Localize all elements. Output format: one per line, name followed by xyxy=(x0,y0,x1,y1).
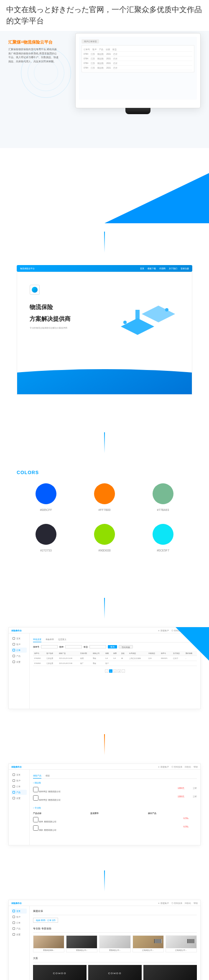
table-row[interactable]: 0784950江苏达通2021-05-09 15:08陆通零散5-85-868上… xyxy=(33,656,197,661)
pagination[interactable]: ‹123› xyxy=(33,669,197,673)
color-swatch: #FF7B00 xyxy=(94,483,115,511)
banner-brand: 物流保险云平台 xyxy=(20,267,35,270)
color-swatch: #77BA93 xyxy=(153,483,173,511)
sidebar-item[interactable]: 产品 xyxy=(11,653,27,658)
sidebar-icon xyxy=(13,785,15,788)
header-nav-item[interactable]: ◎ 在线投保 xyxy=(171,766,182,768)
sidebar-item[interactable]: 订单 xyxy=(11,648,27,653)
data-table: 保单号客户名称保险产品投保日期保险公司保额保费实收出单类型审核状态保单号支付状态… xyxy=(33,651,197,666)
colors-section: COLORS #005CFF#FF7B00#77BA93 #272733#90D… xyxy=(0,462,209,573)
color-swatch: #005CFF xyxy=(36,483,56,511)
shop-title: 展翅在保 xyxy=(33,909,197,915)
divider xyxy=(104,598,105,619)
search-input[interactable] xyxy=(41,645,58,648)
tab[interactable]: 保险产品 xyxy=(33,773,41,778)
sidebar-icon xyxy=(13,921,15,924)
header-nav-item[interactable]: 帮助 xyxy=(194,902,198,904)
product-checkbox[interactable] xyxy=(33,825,38,831)
product-checkbox[interactable] xyxy=(33,817,38,822)
header-nav-item[interactable]: 帮助 xyxy=(194,766,198,768)
sidebar-icon xyxy=(13,655,15,657)
product-card[interactable]: 展翅类型保险… xyxy=(33,935,64,952)
divider xyxy=(104,432,105,453)
tab[interactable]: 审批进度 xyxy=(33,637,41,642)
tab[interactable]: 任意查主 xyxy=(58,637,66,642)
divider xyxy=(104,232,105,253)
triangle-decoration xyxy=(104,173,209,223)
sidebar-item[interactable]: 订单 xyxy=(11,920,27,925)
header-nav-item[interactable]: 回收站 xyxy=(185,766,191,768)
sidebar-icon xyxy=(13,791,15,794)
divider xyxy=(104,734,105,755)
sidebar-item[interactable]: 产品 xyxy=(11,790,27,795)
shop-section-1: 专业险 专案保险 xyxy=(33,927,197,933)
banner-section: 物流保险云平台 首页模板下载代理商关于我们登录注册 物流保险 方案解决提供商 专… xyxy=(0,261,209,407)
product-row[interactable]: 保际 展翅高限公司6.5‰ xyxy=(33,824,197,832)
brand-card[interactable] xyxy=(143,965,197,980)
sidebar-item[interactable]: 产品 xyxy=(11,926,27,931)
sidebar-item[interactable]: 首页 xyxy=(11,909,27,914)
sidebar-item[interactable]: 客户 xyxy=(11,642,27,647)
sidebar-item[interactable]: 订单 xyxy=(11,784,27,789)
shop-stats-tag: 电梯 8305 · 订单 125 xyxy=(33,918,58,923)
nav-link[interactable]: 首页 xyxy=(140,267,144,270)
header-nav-item[interactable]: ◎ 在线投保 xyxy=(171,902,182,904)
product-checkbox[interactable] xyxy=(33,795,38,801)
panel-brand: 保险操作台 xyxy=(11,902,22,904)
product-group-label: ○ 专业险 xyxy=(33,806,197,809)
product-card[interactable]: 正规类型公司… xyxy=(166,935,197,952)
product-row[interactable]: 保单类型 展翅高险分司1350元立即 xyxy=(33,786,197,794)
header-nav-item[interactable]: ⊕ 新建账户 xyxy=(158,902,168,904)
product-row[interactable]: 保单 展翅高限公司6.5‰ xyxy=(33,816,197,824)
sidebar-item[interactable]: 设置 xyxy=(11,796,27,801)
svg-rect-0 xyxy=(135,310,140,320)
brand-card[interactable]: COHOO xyxy=(88,965,142,980)
product-card[interactable]: 展翅类型公司… xyxy=(99,935,130,952)
tab[interactable]: 单曲单率 xyxy=(46,637,54,642)
color-swatch: #272733 xyxy=(36,524,56,552)
search-input[interactable] xyxy=(89,645,106,648)
product-card[interactable]: 展翅类型公司… xyxy=(66,935,97,952)
export-button[interactable]: 导出列表 xyxy=(119,645,133,648)
svg-point-1 xyxy=(123,321,127,324)
color-swatch: #90DE00 xyxy=(94,524,115,552)
product-checkbox[interactable] xyxy=(33,787,38,792)
sidebar-item[interactable]: 设置 xyxy=(11,659,27,664)
sidebar-item[interactable]: 首页 xyxy=(11,772,27,777)
screen-tab: 用户订单管理 xyxy=(82,39,99,43)
sidebar-item[interactable]: 客户 xyxy=(11,914,27,919)
panel-table-section: 保险操作台 ⊕ 新建账户◎ 在线投保回收站帮助 首页客户订单产品设置 审批进度单… xyxy=(0,627,209,709)
nav-link[interactable]: 代理商 xyxy=(159,267,166,270)
monitor-frame: 用户订单管理 订单号客户产品日期状态 0784江苏陆运险2021已付 0784江… xyxy=(75,33,201,108)
table-row[interactable]: 0784950江苏达通2021-05-08 22:38陆产零散客户 xyxy=(33,661,197,666)
product-row[interactable]: 保单类型 展翅高险分司1350元立即 xyxy=(33,794,197,802)
search-button[interactable]: 查询 xyxy=(108,645,117,648)
hero-section: 汇聚煤=物流保险云平台 汇聚保险物资保险向货代专用平台,精有高新推广维质维的保险… xyxy=(0,31,209,148)
sidebar-item[interactable]: 首页 xyxy=(11,636,27,641)
tab[interactable]: 模版 xyxy=(46,773,50,778)
hero-title: 汇聚煤=物流保险云平台 xyxy=(8,39,59,45)
brand-card[interactable]: COHOO xyxy=(33,965,87,980)
sidebar-icon xyxy=(13,910,15,912)
product-card[interactable]: 正规类型公司… xyxy=(133,935,164,952)
search-input[interactable] xyxy=(65,645,82,648)
nav-link[interactable]: 关于我们 xyxy=(169,267,177,270)
sidebar-icon xyxy=(13,643,15,646)
panel-products-section: 保险操作台 ⊕ 新建账户◎ 在线投保回收站帮助 首页客户订单产品设置 保险产品模… xyxy=(0,763,209,845)
sidebar-icon xyxy=(13,649,15,651)
panel-brand: 保险操作台 xyxy=(11,766,22,768)
isometric-illustration xyxy=(112,293,179,347)
header-nav-item[interactable]: 回收站 xyxy=(185,902,191,904)
product-group-label: ○ 陆运险 xyxy=(33,781,197,784)
header-nav-item[interactable]: ⊕ 新建账户 xyxy=(158,766,168,768)
nav-link[interactable]: 模板下载 xyxy=(148,267,156,270)
sidebar-icon xyxy=(13,779,15,782)
sidebar-item[interactable]: 设置 xyxy=(11,932,27,937)
nav-link[interactable]: 登录注册 xyxy=(181,267,189,270)
header-nav-item[interactable]: ⊕ 新建账户 xyxy=(158,629,168,632)
banner-nav-bar: 物流保险云平台 首页模板下载代理商关于我们登录注册 xyxy=(17,265,192,272)
sidebar-icon xyxy=(13,797,15,799)
sidebar-item[interactable]: 客户 xyxy=(11,778,27,783)
color-swatch: #0CE5F7 xyxy=(153,524,173,552)
page-header: 中文在线っと好きだった官网，一个汇聚众多优质中文作品的文学平台 xyxy=(0,0,209,31)
